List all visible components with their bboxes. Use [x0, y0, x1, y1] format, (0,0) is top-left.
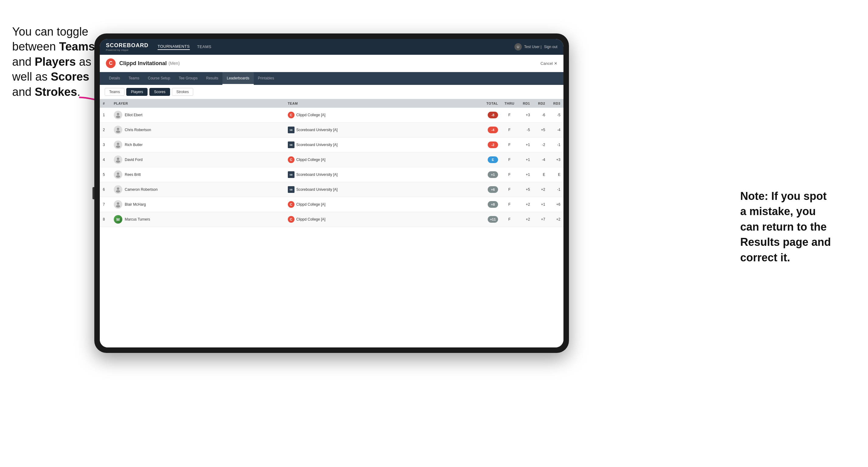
team-logo: C	[288, 156, 294, 163]
cell-rd1: +3	[518, 108, 533, 123]
svg-point-4	[116, 130, 120, 133]
leaderboard-table: # Player Team Total Thru RD1 RD2 RD3 1El…	[100, 99, 563, 347]
col-team: Team	[285, 99, 480, 108]
nav-teams[interactable]: Teams	[197, 44, 212, 50]
user-label: Test User |	[524, 45, 541, 49]
cell-rd3: +3	[548, 152, 563, 167]
cell-total: -8	[480, 108, 501, 123]
team-logo: C	[288, 201, 294, 208]
top-nav: SCOREBOARD Powered by clippd Tournaments…	[100, 39, 563, 55]
team-logo: C	[288, 112, 294, 118]
col-total: Total	[480, 99, 501, 108]
cell-player: Rees Britt	[111, 167, 285, 182]
players-table: # Player Team Total Thru RD1 RD2 RD3 1El…	[100, 99, 563, 227]
tab-course-setup[interactable]: Course Setup	[144, 72, 174, 85]
logo-subtext: Powered by clippd	[106, 49, 149, 52]
svg-point-12	[116, 190, 120, 193]
tab-tee-groups[interactable]: Tee Groups	[174, 72, 202, 85]
score-badge: +8	[488, 201, 498, 208]
svg-point-5	[117, 143, 119, 145]
tab-details[interactable]: Details	[105, 72, 124, 85]
player-name: Cameron Robertson	[125, 187, 158, 192]
team-name: Scoreboard University [A]	[296, 143, 338, 147]
cell-rd1: +2	[518, 197, 533, 212]
cell-rd2: +2	[533, 182, 548, 197]
cell-thru: F	[501, 137, 518, 152]
score-badge: -4	[488, 127, 498, 133]
cell-player: Rich Butler	[111, 137, 285, 152]
cell-player: David Ford	[111, 152, 285, 167]
toggle-teams-button[interactable]: Teams	[105, 88, 124, 96]
col-rd2: RD2	[533, 99, 548, 108]
cell-team: CClippd College [A]	[285, 152, 480, 167]
cell-rank: 2	[100, 123, 111, 137]
team-name: Scoreboard University [A]	[296, 173, 338, 177]
player-avatar	[114, 200, 122, 209]
svg-point-13	[117, 202, 119, 205]
team-logo: SB	[288, 127, 294, 133]
tablet-screen: SCOREBOARD Powered by clippd Tournaments…	[100, 39, 563, 347]
cell-rank: 7	[100, 197, 111, 212]
nav-tournaments[interactable]: Tournaments	[158, 44, 190, 50]
toggle-strokes-button[interactable]: Strokes	[172, 88, 193, 96]
cell-player: Elliot Ebert	[111, 108, 285, 123]
sign-out-button[interactable]: Sign out	[544, 45, 557, 49]
tournament-title: Clippd Invitational	[119, 60, 167, 67]
team-logo: SB	[288, 171, 294, 178]
player-name: Chris Robertson	[125, 128, 151, 132]
cell-rank: 6	[100, 182, 111, 197]
team-name: Clippd College [A]	[296, 202, 326, 207]
cell-team: SBScoreboard University [A]	[285, 167, 480, 182]
cell-thru: F	[501, 212, 518, 227]
cancel-button[interactable]: Cancel ✕	[540, 61, 557, 66]
cell-rd3: -5	[548, 108, 563, 123]
score-badge: -2	[488, 142, 498, 148]
tournament-gender: (Men)	[168, 61, 180, 66]
cell-rd1: +5	[518, 182, 533, 197]
score-badge: +1	[488, 171, 498, 178]
cell-rd2: +1	[533, 197, 548, 212]
cell-thru: F	[501, 152, 518, 167]
svg-point-1	[117, 113, 119, 115]
team-name: Clippd College [A]	[296, 113, 326, 117]
tab-results[interactable]: Results	[202, 72, 222, 85]
cell-team: SBScoreboard University [A]	[285, 182, 480, 197]
tab-teams[interactable]: Teams	[124, 72, 144, 85]
scoreboard-logo: SCOREBOARD Powered by clippd	[106, 42, 149, 52]
logo-text: SCOREBOARD	[106, 42, 149, 49]
toggle-players-button[interactable]: Players	[126, 88, 148, 96]
toggle-scores-button[interactable]: Scores	[149, 88, 170, 96]
svg-point-7	[117, 158, 119, 160]
cell-rd3: +6	[548, 197, 563, 212]
team-logo: SB	[288, 142, 294, 148]
cell-total: E	[480, 152, 501, 167]
tab-leaderboards[interactable]: Leaderboards	[222, 72, 253, 85]
player-avatar	[114, 155, 122, 164]
cell-player: Chris Robertson	[111, 123, 285, 137]
cell-rd2: -6	[533, 108, 548, 123]
table-row: 1Elliot EbertCClippd College [A]-8F+3-6-…	[100, 108, 563, 123]
cell-total: +1	[480, 167, 501, 182]
score-badge: +11	[488, 216, 498, 223]
cell-rd3: -1	[548, 137, 563, 152]
team-name: Clippd College [A]	[296, 158, 326, 162]
cell-player: Cameron Robertson	[111, 182, 285, 197]
cell-rd1: +1	[518, 152, 533, 167]
cell-thru: F	[501, 182, 518, 197]
tab-printables[interactable]: Printables	[254, 72, 278, 85]
cell-rd2: +7	[533, 212, 548, 227]
cell-rd2: E	[533, 167, 548, 182]
player-name: Rich Butler	[125, 143, 143, 147]
cell-player: MMarcus Turners	[111, 212, 285, 227]
cell-team: CClippd College [A]	[285, 212, 480, 227]
player-name: Elliot Ebert	[125, 113, 143, 117]
cell-thru: F	[501, 123, 518, 137]
team-logo: SB	[288, 186, 294, 193]
player-name: David Ford	[125, 158, 143, 162]
team-name: Scoreboard University [A]	[296, 187, 338, 192]
cell-team: CClippd College [A]	[285, 197, 480, 212]
cell-rd3: +2	[548, 212, 563, 227]
table-row: 3Rich ButlerSBScoreboard University [A]-…	[100, 137, 563, 152]
sub-nav: Details Teams Course Setup Tee Groups Re…	[100, 72, 563, 85]
cell-total: +8	[480, 197, 501, 212]
